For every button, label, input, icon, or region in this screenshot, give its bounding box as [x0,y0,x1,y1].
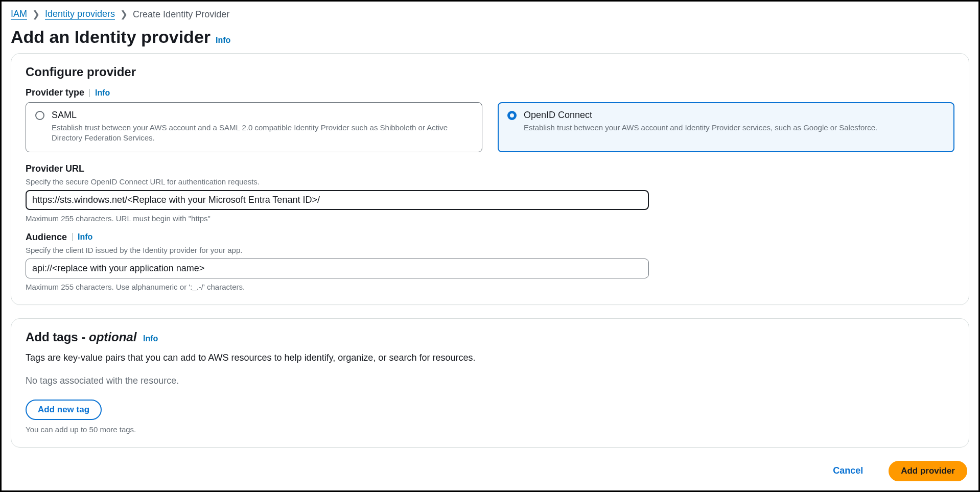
tags-heading-prefix: Add tags - [26,330,89,344]
provider-url-label: Provider URL [26,163,84,174]
provider-type-saml-tile[interactable]: SAML Establish trust between your AWS ac… [26,102,482,152]
tile-desc: Establish trust between your AWS account… [524,123,877,133]
tile-desc: Establish trust between your AWS account… [52,123,473,144]
provider-url-hint: Specify the secure OpenID Connect URL fo… [26,177,954,186]
add-tags-panel: Add tags - optional Info Tags are key-va… [11,318,969,448]
page-title: Add an Identity provider [11,27,211,47]
tags-info-link[interactable]: Info [143,334,158,343]
radio-checked-icon [507,111,517,120]
chevron-right-icon: ❯ [120,9,128,20]
breadcrumb-current: Create Identity Provider [133,9,229,20]
add-provider-button[interactable]: Add provider [889,461,967,481]
cancel-button[interactable]: Cancel [822,461,874,480]
provider-type-oidc-tile[interactable]: OpenID Connect Establish trust between y… [498,102,954,152]
provider-url-input[interactable] [26,190,649,210]
audience-constraint: Maximum 255 characters. Use alphanumeric… [26,283,954,291]
add-new-tag-button[interactable]: Add new tag [26,400,102,420]
audience-input[interactable] [26,259,649,278]
tags-empty-text: No tags associated with the resource. [26,376,954,386]
tags-heading-optional: optional [89,330,136,344]
provider-url-field: Provider URL Specify the secure OpenID C… [26,163,954,223]
page-info-link[interactable]: Info [216,36,230,45]
tile-title: SAML [52,110,473,121]
page-header: Add an Identity provider Info [11,24,969,53]
breadcrumb-link-iam[interactable]: IAM [11,9,27,20]
tags-description: Tags are key-value pairs that you can ad… [26,353,954,363]
tags-heading: Add tags - optional Info [26,330,954,344]
tags-limit-hint: You can add up to 50 more tags. [26,425,954,434]
configure-heading: Configure provider [26,65,954,79]
breadcrumb: IAM ❯ Identity providers ❯ Create Identi… [11,7,969,24]
provider-type-info-link[interactable]: Info [95,88,110,98]
audience-hint: Specify the client ID issued by the Iden… [26,246,954,254]
audience-label: Audience [26,232,67,243]
provider-type-label: Provider type [26,87,84,98]
radio-unchecked-icon [35,111,44,120]
audience-field: Audience Info Specify the client ID issu… [26,232,954,291]
breadcrumb-link-identity-providers[interactable]: Identity providers [45,9,115,20]
provider-url-constraint: Maximum 255 characters. URL must begin w… [26,214,954,223]
divider [72,233,73,241]
tile-title: OpenID Connect [524,110,877,121]
audience-info-link[interactable]: Info [78,232,92,242]
form-actions: Cancel Add provider [11,461,969,481]
provider-type-tiles: SAML Establish trust between your AWS ac… [26,102,954,152]
divider [89,89,90,97]
configure-provider-panel: Configure provider Provider type Info SA… [11,53,969,305]
chevron-right-icon: ❯ [32,9,40,20]
